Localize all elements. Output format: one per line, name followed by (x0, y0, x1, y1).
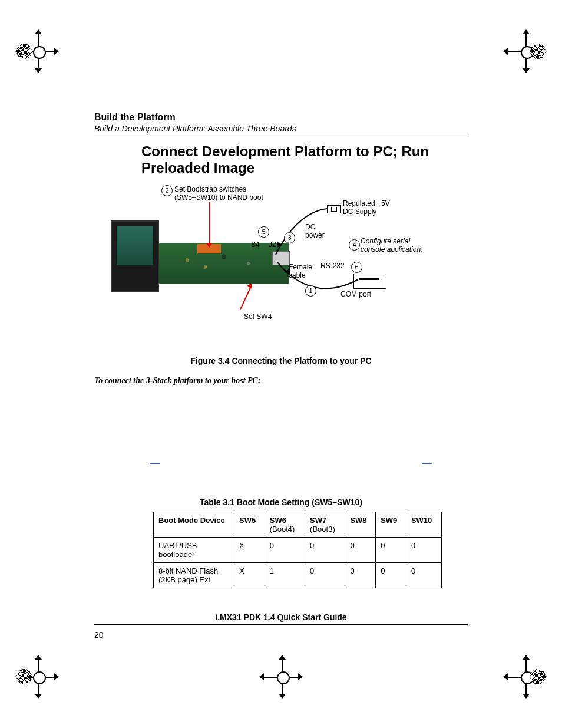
crop-mark-icon (16, 656, 58, 697)
cell-sw6: 0 (265, 538, 305, 563)
boot-mode-table: Boot Mode Device SW5 SW6 (Boot4) SW7 (Bo… (153, 512, 442, 588)
arrow-head-icon (277, 242, 282, 248)
cell-sw5: X (234, 538, 265, 563)
th-sw6: SW6 (Boot4) (265, 512, 305, 538)
running-header-subtitle: Build a Development Platform: Assemble T… (94, 124, 468, 133)
figure-3-4: 2 Set Bootstrap switches (SW5–SW10) to N… (94, 185, 468, 338)
cell-sw8: 0 (345, 563, 376, 588)
cell-device: UART/USB bootloader (154, 538, 234, 563)
th-sw5: SW5 (234, 512, 265, 538)
crop-mark-icon (260, 656, 302, 697)
board-main-illustration (159, 243, 289, 284)
guide-tick-icon (150, 463, 160, 464)
label-psu-2: DC Supply (343, 207, 376, 216)
table-row: UART/USB bootloader X 0 0 0 0 0 (154, 538, 442, 563)
callout-2: 2 (161, 185, 173, 196)
cell-sw9: 0 (376, 538, 406, 563)
guide-tick-icon (422, 463, 432, 464)
figure-caption: Figure 3.4 Connecting the Platform to yo… (94, 356, 468, 365)
cell-sw5: X (234, 563, 265, 588)
red-arrow-head-icon (206, 243, 212, 248)
th-sw7: SW7 (Boot3) (305, 512, 345, 538)
content-area: Build the Platform Build a Development P… (94, 112, 468, 588)
label-psu-1: Regulated +5V (343, 199, 390, 207)
callout-1: 1 (305, 285, 316, 297)
crop-mark-icon (504, 656, 546, 697)
th-sw10: SW10 (406, 512, 441, 538)
cell-sw8: 0 (345, 538, 376, 563)
label-serial-1: Configure serial (361, 237, 410, 245)
label-female: Female (289, 263, 312, 271)
cell-device-l1: UART/USB (158, 541, 197, 550)
page-footer: i.MX31 PDK 1.4 Quick Start Guide (94, 612, 468, 625)
cell-sw10: 0 (406, 563, 441, 588)
page-number: 20 (94, 630, 104, 640)
label-rs232: RS-232 (320, 262, 345, 270)
table-row: 8-bit NAND Flash (2KB page) Ext X 1 0 0 … (154, 563, 442, 588)
cell-device-l2: (2KB page) Ext (158, 575, 210, 584)
crop-mark-icon (504, 31, 546, 72)
table-header-row: Boot Mode Device SW5 SW6 (Boot4) SW7 (Bo… (154, 512, 442, 538)
cell-sw9: 0 (376, 563, 406, 588)
label-dc-2: power (305, 231, 325, 239)
header-rule (94, 136, 468, 136)
th-sw7-l2: (Boot3) (310, 525, 335, 533)
label-bootstrap-2: (SW5–SW10) to NAND boot (174, 193, 263, 202)
th-sw9: SW9 (376, 512, 406, 538)
cell-device-l2: bootloader (158, 550, 194, 559)
cell-sw7: 0 (305, 538, 345, 563)
section-heading: Connect Development Platform to PC; Run … (141, 143, 468, 176)
cell-sw7: 0 (305, 563, 345, 588)
callout-5: 5 (258, 226, 269, 238)
footer-guide-title: i.MX31 PDK 1.4 Quick Start Guide (94, 612, 468, 622)
board-lcd-illustration (111, 220, 159, 292)
label-serial-2: console application. (361, 245, 422, 253)
label-j2: J2 (269, 241, 276, 249)
intro-text: To connect the 3-Stack platform to your … (94, 376, 468, 386)
footer-rule (94, 624, 468, 625)
th-sw6-l1: SW6 (270, 516, 286, 525)
page: Build the Platform Build a Development P… (0, 0, 562, 728)
th-device: Boot Mode Device (154, 512, 234, 538)
label-set-sw4: Set SW4 (244, 312, 272, 321)
th-sw8: SW8 (345, 512, 376, 538)
label-com-port: COM port (340, 290, 371, 298)
red-arrow-line (209, 202, 210, 244)
arrow-head-icon (285, 269, 290, 275)
th-sw7-l1: SW7 (310, 516, 326, 525)
cell-sw10: 0 (406, 538, 441, 563)
label-dc-1: DC (305, 223, 315, 231)
cell-device: 8-bit NAND Flash (2KB page) Ext (154, 563, 234, 588)
crop-mark-icon (16, 31, 58, 72)
cell-sw6: 1 (265, 563, 305, 588)
th-sw6-l2: (Boot4) (270, 525, 295, 533)
label-bootstrap-1: Set Bootstrap switches (174, 185, 246, 193)
red-arrow-line (240, 285, 252, 311)
label-cable: cable (289, 271, 306, 279)
running-header-title: Build the Platform (94, 112, 468, 123)
table-caption: Table 3.1 Boot Mode Setting (SW5–SW10) (94, 498, 468, 507)
table-3-1: Table 3.1 Boot Mode Setting (SW5–SW10) B… (94, 498, 468, 588)
label-s4: S4 (251, 241, 260, 249)
callout-4: 4 (349, 239, 360, 251)
cell-device-l1: 8-bit NAND Flash (158, 566, 218, 575)
